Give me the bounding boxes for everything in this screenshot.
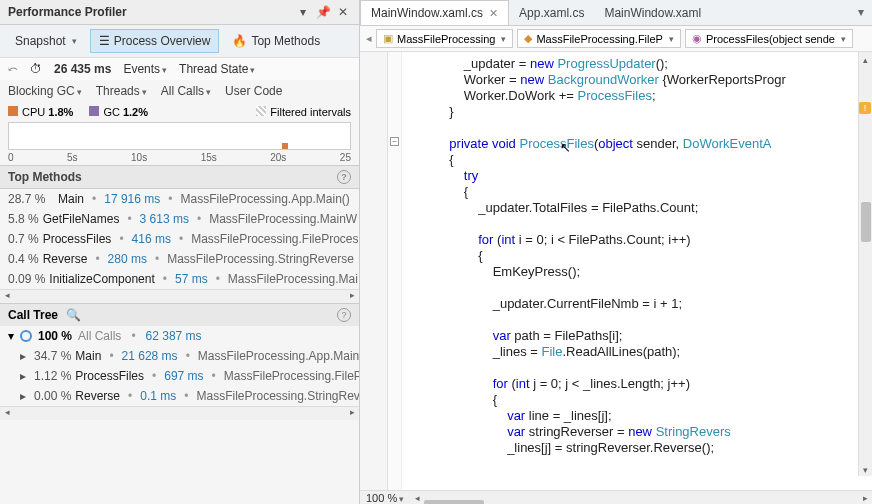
all-calls-filter[interactable]: All Calls	[161, 84, 211, 98]
timeline-axis: 0 5s 10s 15s 20s 25	[0, 150, 359, 165]
user-code-filter[interactable]: User Code	[225, 84, 282, 98]
collapse-icon[interactable]: ▾	[8, 329, 14, 343]
hscroll-thumb[interactable]	[424, 500, 484, 505]
search-icon[interactable]: 🔍	[66, 308, 81, 322]
scroll-left-icon[interactable]: ◂	[0, 407, 14, 420]
top-methods-title: Top Methods	[8, 170, 82, 184]
axis-t5: 25	[340, 152, 351, 163]
close-icon[interactable]: ✕	[335, 4, 351, 20]
gc-value: 1.2%	[123, 106, 148, 118]
call-tree-summary[interactable]: ▾ 100 % All Calls • 62 387 ms	[0, 326, 359, 346]
summary-pct: 100 %	[38, 329, 72, 343]
total-time: 26 435 ms	[54, 62, 111, 76]
editor-tabs: MainWindow.xaml.cs✕App.xaml.csMainWindow…	[360, 0, 872, 26]
zoom-selector[interactable]: 100 %	[360, 492, 410, 504]
fold-gutter: −	[388, 52, 402, 490]
call-tree-list: 34.7 %Main•21 628 ms•MassFileProcessing.…	[0, 346, 359, 406]
call-tree-title: Call Tree	[8, 308, 58, 322]
bc-nav-left-icon[interactable]: ◂	[366, 32, 372, 45]
thread-state-dropdown[interactable]: Thread State	[179, 62, 255, 76]
top-methods-header: Top Methods ?	[0, 165, 359, 189]
hscroll-right-icon[interactable]: ▸	[858, 493, 872, 503]
bc-method[interactable]: ◉ ProcessFiles(object sende	[685, 29, 853, 48]
axis-t0: 0	[8, 152, 14, 163]
tree-row[interactable]: 0.00 %Reverse•0.1 ms•MassFileProcessing.…	[0, 386, 359, 406]
top-methods-button[interactable]: 🔥 Top Methods	[223, 29, 329, 53]
scroll-up-icon[interactable]: ▴	[859, 52, 872, 66]
methods-hscroll[interactable]: ◂ ▸	[0, 289, 359, 303]
editor-panel: MainWindow.xaml.cs✕App.xaml.csMainWindow…	[360, 0, 872, 504]
gc-swatch	[89, 106, 99, 116]
timeline-marker	[282, 143, 288, 149]
scroll-left-icon[interactable]: ◂	[0, 290, 14, 303]
panel-title: Performance Profiler	[8, 5, 291, 19]
cpu-legend: CPU 1.8%	[8, 106, 73, 118]
breadcrumb: ◂ ▣ MassFileProcessing ◆ MassFileProcess…	[360, 26, 872, 52]
tree-row[interactable]: 1.12 %ProcessFiles•697 ms•MassFileProces…	[0, 366, 359, 386]
top-methods-btn-label: Top Methods	[251, 34, 320, 48]
scroll-thumb[interactable]	[861, 202, 871, 242]
scroll-down-icon[interactable]: ▾	[859, 462, 872, 476]
vertical-scrollbar[interactable]: ▴ ! ▾	[858, 52, 872, 476]
method-row[interactable]: 28.7 %Main•17 916 ms•MassFileProcessing.…	[0, 189, 359, 209]
filtered-legend: Filtered intervals	[256, 106, 351, 118]
summary-name: All Calls	[78, 329, 121, 343]
editor-tab[interactable]: MainWindow.xaml.cs✕	[360, 0, 509, 25]
bc-ns-label: MassFileProcessing	[397, 33, 495, 45]
bc-class-label: MassFileProcessing.FileP	[536, 33, 663, 45]
scroll-right-icon[interactable]: ▸	[345, 290, 359, 303]
class-icon: ◆	[524, 32, 532, 45]
filter-row: Blocking GC Threads All Calls User Code	[0, 80, 359, 102]
back-icon[interactable]: ⤺	[8, 62, 18, 76]
top-methods-list: 28.7 %Main•17 916 ms•MassFileProcessing.…	[0, 189, 359, 289]
fold-box[interactable]: −	[390, 137, 399, 146]
axis-t4: 20s	[270, 152, 286, 163]
scroll-right-icon[interactable]: ▸	[345, 407, 359, 420]
help-icon[interactable]: ?	[337, 170, 351, 184]
process-overview-button[interactable]: ☰ Process Overview	[90, 29, 220, 53]
snapshot-dropdown[interactable]: Snapshot	[6, 29, 86, 53]
filtered-label: Filtered intervals	[270, 106, 351, 118]
info-row: ⤺ ⏱ 26 435 ms Events Thread State	[0, 58, 359, 80]
gc-label: GC	[103, 106, 120, 118]
tree-hscroll[interactable]: ◂ ▸	[0, 406, 359, 420]
gauge-icon	[20, 330, 32, 342]
close-tab-icon[interactable]: ✕	[489, 7, 498, 20]
pin-icon[interactable]: 📌	[315, 4, 331, 20]
method-icon: ◉	[692, 32, 702, 45]
bc-class[interactable]: ◆ MassFileProcessing.FileP	[517, 29, 681, 48]
panel-header: Performance Profiler ▾ 📌 ✕	[0, 0, 359, 25]
profiler-panel: Performance Profiler ▾ 📌 ✕ Snapshot ☰ Pr…	[0, 0, 360, 504]
hscroll-left-icon[interactable]: ◂	[410, 493, 424, 503]
method-row[interactable]: 0.4 %Reverse•280 ms•MassFileProcessing.S…	[0, 249, 359, 269]
tree-row[interactable]: 34.7 %Main•21 628 ms•MassFileProcessing.…	[0, 346, 359, 366]
cpu-swatch	[8, 106, 18, 116]
code-content[interactable]: _updater = new ProgressUpdater(); Worker…	[406, 56, 786, 456]
blocking-gc-filter[interactable]: Blocking GC	[8, 84, 82, 98]
help-icon[interactable]: ?	[337, 308, 351, 322]
line-gutter	[360, 52, 388, 490]
summary-time: 62 387 ms	[146, 329, 202, 343]
timer-icon: ⏱	[30, 62, 42, 76]
chevron-down-icon[interactable]: ▾	[295, 4, 311, 20]
timeline-legend: CPU 1.8% GC 1.2% Filtered intervals	[0, 102, 359, 122]
editor-tab[interactable]: MainWindow.xaml	[594, 0, 711, 25]
editor-tab[interactable]: App.xaml.cs	[509, 0, 594, 25]
cpu-value: 1.8%	[48, 106, 73, 118]
cpu-label: CPU	[22, 106, 45, 118]
bc-method-label: ProcessFiles(object sende	[706, 33, 835, 45]
method-row[interactable]: 0.7 %ProcessFiles•416 ms•MassFileProcess…	[0, 229, 359, 249]
method-row[interactable]: 0.09 %InitializeComponent•57 ms•MassFile…	[0, 269, 359, 289]
events-dropdown[interactable]: Events	[123, 62, 167, 76]
timeline[interactable]	[8, 122, 351, 150]
method-row[interactable]: 5.8 %GetFileNames•3 613 ms•MassFileProce…	[0, 209, 359, 229]
overview-icon: ☰	[99, 34, 110, 48]
threads-filter[interactable]: Threads	[96, 84, 147, 98]
code-editor[interactable]: − _updater = new ProgressUpdater(); Work…	[360, 52, 872, 490]
bc-namespace[interactable]: ▣ MassFileProcessing	[376, 29, 513, 48]
process-overview-label: Process Overview	[114, 34, 211, 48]
gc-legend: GC 1.2%	[89, 106, 148, 118]
warning-marker[interactable]: !	[859, 102, 871, 114]
mouse-cursor: ↖	[560, 140, 571, 156]
tabs-overflow-icon[interactable]: ▾	[850, 0, 872, 25]
